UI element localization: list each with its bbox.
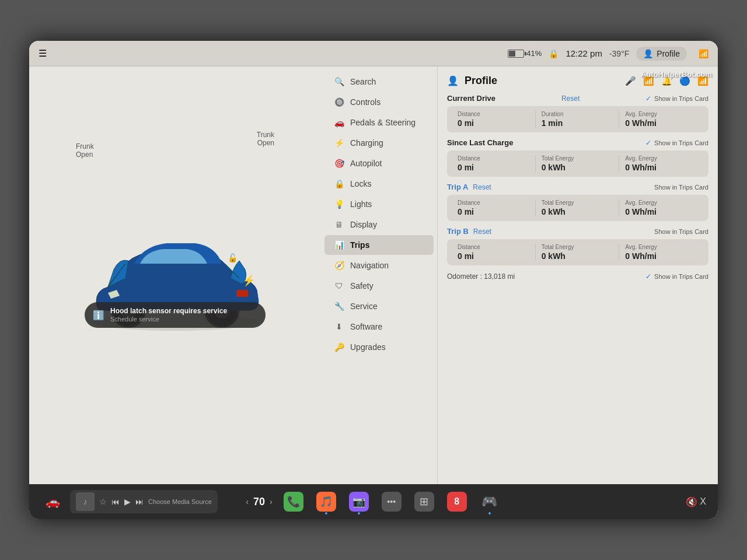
media-player: ♪ ☆ ⏮ ▶ ⏭ Choose Media Source [70, 490, 218, 513]
menu-icon[interactable]: ☰ [39, 48, 47, 59]
calendar-app[interactable]: 8 [445, 490, 469, 513]
nav-upgrades[interactable]: 🔑 Upgrades [324, 337, 434, 357]
current-drive-energy-value: 0 Wh/mi [625, 118, 698, 128]
trip-b-energy-total-label: Total Energy [542, 244, 615, 250]
next-track-button[interactable]: ⏭ [135, 497, 144, 506]
signal-icon: 📶 [699, 49, 708, 58]
trip-a-distance: Distance 0 mi [453, 200, 536, 216]
taskbar-center: ‹ 70 › 📞 🎵 📷 ••• ⊞ 8 [246, 490, 501, 513]
current-drive-energy-label: Avg. Energy [625, 111, 698, 117]
nav-charging-label: Charging [350, 138, 383, 148]
frunk-label: Frunk Open [76, 142, 94, 159]
play-button[interactable]: ▶ [124, 497, 131, 506]
trunk-status: Open [257, 139, 274, 147]
nav-search[interactable]: 🔍 Search [324, 72, 434, 92]
phone-app[interactable]: 📞 [282, 490, 305, 513]
nav-safety[interactable]: 🛡 Safety [324, 276, 434, 296]
nav-menu: 🔍 Search 🔘 Controls 🚗 Pedals & Steering … [321, 66, 438, 484]
calendar-icon: 8 [447, 492, 467, 512]
trip-a-distance-label: Distance [458, 200, 530, 206]
car-view: Frunk Open Trunk Open [29, 66, 321, 484]
nav-service[interactable]: 🔧 Service [324, 296, 434, 316]
frunk-title: Frunk [76, 142, 94, 150]
since-last-charge-title: Since Last Charge [447, 138, 513, 147]
current-drive-distance-label: Distance [458, 111, 530, 117]
service-icon: 🔧 [334, 302, 344, 311]
temp-increase-button[interactable]: › [270, 497, 273, 506]
nav-display-label: Display [350, 220, 377, 229]
since-charge-distance: Distance 0 mi [453, 155, 536, 172]
temp-decrease-button[interactable]: ‹ [246, 497, 249, 506]
nav-locks-label: Locks [350, 179, 372, 188]
trip-b-distance-value: 0 mi [458, 251, 530, 261]
audio-app[interactable]: 🎵 [315, 490, 338, 513]
profile-label: Profile [657, 49, 680, 58]
current-drive-energy: Avg. Energy 0 Wh/mi [620, 111, 703, 128]
prev-track-button[interactable]: ⏮ [111, 497, 120, 506]
trip-a-energy-total: Total Energy 0 kWh [537, 200, 620, 216]
car-button[interactable]: 🚗 [41, 491, 64, 512]
trip-a-stats: Distance 0 mi Total Energy 0 kWh Avg. En… [447, 195, 708, 221]
lock-icon: 🔒 [549, 49, 558, 58]
games-icon: 🎮 [480, 492, 500, 512]
nav-trips[interactable]: 📊 Trips [324, 235, 434, 255]
since-last-charge-check: ✓ [645, 139, 651, 147]
trip-b-energy-avg: Avg. Energy 0 Wh/mi [620, 244, 703, 261]
nav-pedals[interactable]: 🚗 Pedals & Steering [324, 113, 434, 132]
trip-b-reset[interactable]: Reset [473, 228, 491, 236]
battery-icon [508, 50, 524, 58]
mic-icon[interactable]: 🎤 [625, 76, 636, 86]
camera-icon: 📷 [349, 492, 369, 512]
trip-a-reset[interactable]: Reset [473, 183, 491, 191]
profile-button[interactable]: 👤 Profile [636, 47, 687, 61]
nav-navigation[interactable]: 🧭 Navigation [324, 256, 434, 275]
nav-controls[interactable]: 🔘 Controls [324, 92, 434, 112]
more-app[interactable]: ••• [380, 490, 403, 513]
volume-button[interactable]: 🔇 X [686, 496, 706, 508]
notification-bar[interactable]: ℹ️ Hood latch sensor requires service Sc… [85, 302, 266, 328]
nav-locks[interactable]: 🔒 Locks [324, 174, 434, 194]
since-last-charge-header: Since Last Charge ✓ Show in Trips Card [447, 138, 708, 147]
trips-icon: 📊 [334, 240, 344, 250]
nav-charging[interactable]: ⚡ Charging [324, 133, 434, 153]
current-drive-reset[interactable]: Reset [561, 94, 580, 103]
notif-icon: ℹ️ [93, 310, 104, 321]
nav-lights[interactable]: 💡 Lights [324, 194, 434, 214]
nav-controls-label: Controls [350, 97, 381, 107]
audio-dot [325, 512, 327, 514]
since-last-charge-show-trips: ✓ Show in Trips Card [645, 139, 708, 147]
nav-navigation-label: Navigation [350, 261, 389, 270]
trip-a-energy-avg-label: Avg. Energy [625, 200, 698, 206]
games-app[interactable]: 🎮 [478, 490, 501, 513]
nav-software[interactable]: ⬇ Software [324, 317, 434, 337]
tesla-screen: AutoHelperBot.com ☰ 41% 🔒 12:22 pm -39°F… [29, 41, 718, 519]
current-drive-duration: Duration 1 min [537, 111, 620, 128]
trip-b-title: Trip B [447, 227, 469, 236]
since-last-charge-stats: Distance 0 mi Total Energy 0 kWh Avg. En… [447, 150, 708, 177]
trip-b-energy-avg-value: 0 Wh/mi [625, 251, 698, 261]
battery-fill [509, 51, 515, 57]
trip-b-energy-avg-label: Avg. Energy [625, 244, 698, 250]
audio-icon: 🎵 [316, 492, 336, 512]
notif-subtitle: Schedule service [110, 316, 159, 323]
trip-b-energy-total: Total Energy 0 kWh [537, 244, 620, 261]
since-charge-energy-total-value: 0 kWh [542, 163, 615, 172]
trip-b-title-row: Trip B Reset [447, 227, 491, 236]
trip-a-title: Trip A [447, 183, 468, 191]
nav-display[interactable]: 🖥 Display [324, 215, 434, 235]
nav-pedals-label: Pedals & Steering [350, 118, 416, 127]
camera-app[interactable]: 📷 [347, 490, 371, 513]
odometer-check: ✓ [645, 272, 651, 281]
profile-icon-panel: 👤 [447, 75, 459, 86]
favorite-icon[interactable]: ☆ [99, 497, 107, 506]
nav-autopilot[interactable]: 🎯 Autopilot [324, 153, 434, 173]
trip-a-energy-avg: Avg. Energy 0 Wh/mi [620, 200, 703, 216]
since-charge-energy-avg: Avg. Energy 0 Wh/mi [620, 155, 703, 172]
charging-icon: ⚡ [334, 138, 344, 148]
taskbar: 🚗 ♪ ☆ ⏮ ▶ ⏭ Choose Media Source ‹ 70 › 📞 [29, 484, 718, 519]
trip-a-title-row: Trip A Reset [447, 183, 491, 191]
nav-autopilot-label: Autopilot [350, 159, 382, 168]
odometer-label: Odometer : 13,018 mi [447, 272, 515, 281]
media-controls: ⏮ ▶ ⏭ [111, 497, 144, 506]
cards-app[interactable]: ⊞ [413, 490, 436, 513]
